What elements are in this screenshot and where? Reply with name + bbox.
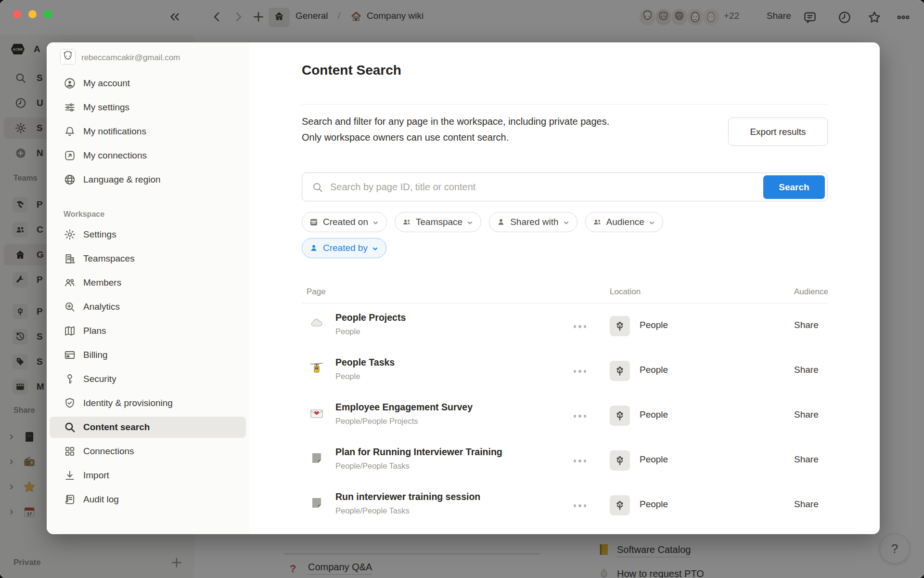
content-search-panel: Content Search Search and filter for any…: [302, 42, 828, 534]
sidebar-item-label: Audit log: [83, 494, 119, 505]
row-more-options[interactable]: [569, 500, 591, 511]
audience-label: Share: [794, 409, 819, 420]
teamspace-flower-icon: [610, 450, 630, 471]
filter-shared-with[interactable]: Shared with: [489, 212, 577, 232]
minimize-window-button[interactable]: [28, 10, 37, 18]
app-window: General / Company wiki +22 Share ACME A: [0, 0, 924, 578]
page-title[interactable]: Employee Engagement Survey: [335, 402, 473, 413]
table-row[interactable]: Run interviewer training session People/…: [302, 483, 828, 528]
search-button[interactable]: Search: [763, 175, 825, 199]
sidebar-item-plans[interactable]: Plans: [47, 319, 249, 343]
sidebar-item-teamspaces[interactable]: Teamspaces: [47, 247, 249, 271]
sidebar-item-security[interactable]: Security: [47, 367, 249, 391]
chevron-down-icon: [372, 245, 378, 251]
page-title[interactable]: People Tasks: [335, 357, 395, 368]
tram-icon: [309, 361, 324, 376]
audience-label: Share: [794, 499, 819, 510]
person-icon: [496, 217, 506, 227]
page-path: People/People Projects: [335, 417, 418, 426]
page-path: People/People Tasks: [335, 506, 410, 515]
table-row[interactable]: People Projects People People Share: [302, 304, 828, 349]
page-title[interactable]: People Projects: [335, 312, 406, 323]
arrow-up-right-box-icon: [64, 149, 76, 162]
search-input[interactable]: [329, 173, 753, 200]
sidebar-item-label: Content search: [83, 422, 150, 433]
table-row[interactable]: People Tasks People People Share: [302, 349, 828, 394]
row-more-options[interactable]: [569, 456, 591, 466]
audience-label: Share: [794, 365, 819, 375]
sidebar-item-my-connections[interactable]: My connections: [47, 144, 249, 168]
filter-label: Audience: [606, 217, 644, 227]
filter-audience[interactable]: Audience: [585, 212, 663, 232]
map-icon: [64, 325, 76, 337]
filter-label: Teamspace: [416, 217, 462, 227]
row-more-options[interactable]: [569, 411, 591, 421]
page-path: People: [335, 372, 360, 381]
chevron-down-icon: [563, 219, 569, 225]
export-results-button[interactable]: Export results: [728, 118, 828, 146]
sidebar-item-audit-log[interactable]: Audit log: [47, 487, 249, 512]
column-header-location: Location: [610, 287, 641, 297]
sidebar-item-my-account[interactable]: My account: [47, 71, 249, 95]
sidebar-item-label: Members: [83, 277, 121, 288]
sidebar-item-content-search[interactable]: Content search: [47, 415, 249, 439]
row-more-options[interactable]: [569, 321, 591, 332]
account-nav: My account My settings My notifications …: [47, 71, 249, 512]
sidebar-item-settings[interactable]: Settings: [47, 223, 249, 247]
sidebar-item-label: Import: [83, 470, 109, 481]
sidebar-item-connections[interactable]: Connections: [47, 439, 249, 463]
search-icon: [312, 182, 323, 193]
sidebar-item-label: Billing: [83, 350, 108, 360]
content-search-bar: Search: [302, 172, 828, 201]
sidebar-item-analytics[interactable]: Analytics: [47, 295, 249, 319]
zoom-window-button[interactable]: [44, 10, 52, 18]
sidebar-item-members[interactable]: Members: [47, 271, 249, 295]
divider: [302, 104, 828, 105]
bell-icon: [64, 125, 76, 138]
magnifier-sparkle-icon: [64, 301, 76, 313]
sidebar-item-identity-provisioning[interactable]: Identity & provisioning: [47, 391, 249, 415]
page-title[interactable]: Plan for Running Interviewer Training: [335, 447, 502, 458]
sidebar-item-label: Teamspaces: [83, 253, 135, 264]
gear-icon: [64, 228, 76, 241]
location-label: People: [640, 320, 668, 330]
filter-created-on[interactable]: Created on: [302, 212, 387, 232]
page-path: People/People Tasks: [335, 461, 410, 471]
chevron-down-icon: [372, 219, 379, 225]
table-row[interactable]: Plan for Running Interviewer Training Pe…: [302, 438, 828, 483]
sliders-icon: [64, 101, 76, 114]
account-header: rebeccamcakir@gmail.com: [47, 42, 249, 71]
close-window-button[interactable]: [13, 10, 21, 18]
screen: General / Company wiki +22 Share ACME A: [0, 0, 924, 578]
sidebar-item-import[interactable]: Import: [47, 463, 249, 487]
table-header: Page Location Audience: [302, 283, 828, 303]
page-title[interactable]: Run interviewer training session: [335, 491, 480, 502]
teamspace-flower-icon: [610, 361, 630, 381]
sidebar-item-label: My settings: [83, 102, 129, 113]
sidebar-item-label: Language & region: [83, 174, 161, 185]
filter-created-by[interactable]: Created by: [302, 238, 386, 258]
sidebar-item-my-notifications[interactable]: My notifications: [47, 119, 249, 144]
globe-icon: [64, 173, 76, 186]
table-row[interactable]: Employee Engagement Survey People/People…: [302, 394, 828, 438]
grid-icon: [64, 445, 76, 458]
credit-card-icon: [64, 349, 76, 361]
cloud-icon: [309, 316, 324, 331]
key-icon: [64, 373, 76, 385]
sidebar-item-label: Settings: [83, 229, 116, 240]
audience-label: Share: [794, 454, 819, 465]
sidebar-item-label: Plans: [83, 326, 106, 336]
scroll-icon: [64, 493, 76, 506]
panel-description: Search and filter for any page in the wo…: [302, 114, 706, 145]
filter-label: Shared with: [510, 217, 558, 227]
building-icon: [64, 252, 76, 265]
chevron-down-icon: [467, 219, 473, 225]
teamspace-flower-icon: [610, 495, 630, 515]
people-icon: [592, 217, 602, 227]
filter-teamspace[interactable]: Teamspace: [395, 212, 481, 232]
location-label: People: [640, 409, 668, 420]
row-more-options[interactable]: [569, 366, 591, 377]
sidebar-item-billing[interactable]: Billing: [47, 343, 249, 367]
sidebar-item-my-settings[interactable]: My settings: [47, 95, 249, 119]
sidebar-item-language-region[interactable]: Language & region: [47, 168, 249, 192]
